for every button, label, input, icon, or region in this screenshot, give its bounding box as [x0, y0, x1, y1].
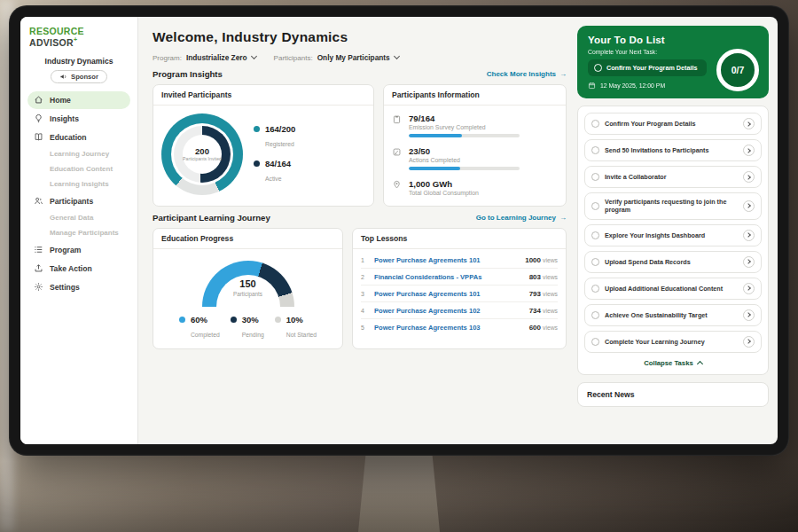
sidebar-item-education[interactable]: Education [27, 129, 130, 146]
book-icon [34, 132, 43, 142]
education-legend: 60% Completed 30% Pending 10% Not [161, 315, 334, 340]
invited-legend: 164/200 Registered 84/164 Active [254, 124, 295, 184]
legend-item-pending: 30% Pending [231, 315, 264, 340]
nav-label: Insights [50, 114, 79, 123]
sponsor-badge[interactable]: Sponsor [51, 70, 107, 83]
sidebar-item-education-content[interactable]: Education Content [27, 162, 130, 176]
navy-dot-icon [254, 160, 260, 167]
program-insights-cards: Invited Participants 200 Participants In… [153, 84, 567, 207]
page-title: Welcome, Industry Dynamics [153, 29, 567, 45]
upload-icon [34, 263, 43, 273]
filters-row: Program: Industrialize Zero Participants… [153, 53, 567, 62]
sidebar: RESOURCE ADVISOR+ Industry Dynamics Spon… [20, 17, 138, 444]
chevron-right-icon [743, 336, 755, 348]
checkbox-icon [591, 146, 599, 154]
task-row-confirm-program[interactable]: Confirm Your Program Details [584, 113, 762, 135]
learning-journey-cards: Education Progress 150 Participants 60% … [153, 228, 567, 349]
todo-task-list: Confirm Your Program Details Send 50 Inv… [577, 106, 769, 375]
sidebar-item-home[interactable]: Home [27, 91, 130, 109]
collapse-tasks-button[interactable]: Collapse Tasks [584, 357, 762, 368]
lesson-row: 2 Financial Considerations - VPPAs 803vi… [361, 269, 558, 286]
education-gauge-chart: 150 Participants [202, 261, 294, 307]
monitor-bezel: RESOURCE ADVISOR+ Industry Dynamics Spon… [9, 5, 789, 456]
card-title: Top Lessons [353, 229, 566, 249]
chevron-down-icon [251, 53, 257, 59]
main-content: Welcome, Industry Dynamics Program: Indu… [138, 17, 575, 444]
task-row-explore-insights[interactable]: Explore Your Insights Dashboard [584, 224, 762, 246]
program-insights-header: Program Insights Check More Insights → [153, 69, 567, 79]
sidebar-item-insights[interactable]: Insights [27, 110, 130, 128]
logo-plus: + [74, 36, 77, 43]
task-row-send-invitations[interactable]: Send 50 Invitations to Participants [584, 139, 762, 161]
sidebar-item-take-action[interactable]: Take Action [27, 260, 130, 278]
check-more-insights-link[interactable]: Check More Insights → [487, 70, 567, 78]
card-title: Invited Participants [153, 85, 373, 106]
pencil-square-icon [392, 147, 402, 157]
logo-primary: RESOURCE [29, 26, 84, 36]
sidebar-item-manage-participants[interactable]: Manage Participants [27, 226, 130, 240]
due-date-label: 12 May 2025, 12:00 PM [600, 82, 665, 89]
logo-secondary: ADVISOR [29, 37, 74, 48]
chevron-right-icon [743, 145, 755, 156]
legend-item-active: 84/164 Active [254, 159, 295, 184]
todo-panel: Your To Do List Complete Your Next Task:… [575, 17, 778, 444]
gray-dot-icon [275, 317, 281, 323]
sidebar-item-program[interactable]: Program [27, 241, 130, 259]
arrow-right-icon: → [559, 70, 567, 78]
nav-label: Settings [50, 283, 80, 292]
sidebar-item-settings[interactable]: Settings [27, 278, 130, 296]
education-progress-card: Education Progress 150 Participants 60% … [153, 228, 343, 349]
emission-survey-row: 79/164 Emission Survey Completed [392, 113, 558, 137]
go-to-learning-journey-link[interactable]: Go to Learning Journey → [476, 214, 567, 222]
next-task-row[interactable]: Confirm Your Program Details [588, 59, 707, 76]
gauge-center-label: Participants [202, 291, 294, 297]
task-row-verify-participants[interactable]: Verify participants requesting to join t… [584, 192, 762, 220]
actions-completed-row: 23/50 Actions Completed [392, 146, 558, 170]
program-filter[interactable]: Program: Industrialize Zero [153, 53, 256, 62]
location-pin-icon [392, 180, 402, 190]
chevron-right-icon [743, 200, 755, 212]
participants-filter[interactable]: Participants: Only My Participants [274, 53, 399, 62]
home-icon [34, 95, 43, 105]
lesson-link[interactable]: Power Purchase Agreements 101 [374, 290, 523, 298]
actions-progress-bar [409, 167, 520, 170]
sidebar-item-general-data[interactable]: General Data [27, 211, 130, 225]
invited-participants-card: Invited Participants 200 Participants In… [153, 84, 374, 207]
arrow-right-icon: → [559, 214, 567, 222]
checkbox-icon [591, 202, 599, 210]
todo-progress-value: 0/7 [732, 65, 745, 75]
lesson-link[interactable]: Power Purchase Agreements 102 [374, 307, 523, 315]
teal-dot-icon [254, 126, 260, 132]
megaphone-icon [59, 73, 67, 81]
lesson-row: 1 Power Purchase Agreements 101 1000view… [361, 252, 558, 269]
participants-filter-label: Participants: [274, 54, 313, 62]
lesson-row: 3 Power Purchase Agreements 101 793views [361, 286, 558, 302]
link-label: Check More Insights [487, 70, 556, 78]
sidebar-item-participants[interactable]: Participants [27, 192, 130, 210]
lightbulb-icon [34, 113, 43, 123]
sidebar-item-learning-journey[interactable]: Learning Journey [27, 147, 130, 161]
sidebar-item-learning-insights[interactable]: Learning Insights [27, 177, 130, 192]
task-row-upload-educational-content[interactable]: Upload Additional Educational Content [584, 278, 762, 300]
chevron-right-icon [743, 118, 755, 129]
todo-progress-ring: 0/7 [716, 49, 759, 91]
lesson-link[interactable]: Financial Considerations - VPPAs [374, 273, 523, 281]
nav-label: Participants [50, 197, 93, 206]
chevron-right-icon [743, 171, 755, 183]
dashboard-screen: RESOURCE ADVISOR+ Industry Dynamics Spon… [20, 17, 778, 444]
nav-label: Home [50, 96, 71, 105]
blue-dot-icon [179, 317, 185, 323]
chevron-right-icon [743, 309, 755, 321]
sponsor-badge-label: Sponsor [71, 73, 98, 81]
consumption-row: 1,000 GWh Total Global Consumption [392, 179, 558, 196]
task-row-upload-spend-data[interactable]: Upload Spend Data Records [584, 251, 762, 273]
lesson-link[interactable]: Power Purchase Agreements 101 [374, 256, 519, 264]
task-row-invite-collaborator[interactable]: Invite a Collaborator [584, 166, 762, 188]
recent-news-title: Recent News [587, 390, 635, 399]
task-row-complete-learning-journey[interactable]: Complete Your Learning Journey [584, 331, 762, 353]
people-icon [34, 196, 43, 206]
chevron-right-icon [743, 256, 755, 268]
card-title: Participants Information [384, 85, 566, 106]
task-row-achieve-target[interactable]: Achieve One Sustainability Target [584, 304, 762, 326]
lesson-link[interactable]: Power Purchase Agreements 103 [374, 324, 523, 332]
